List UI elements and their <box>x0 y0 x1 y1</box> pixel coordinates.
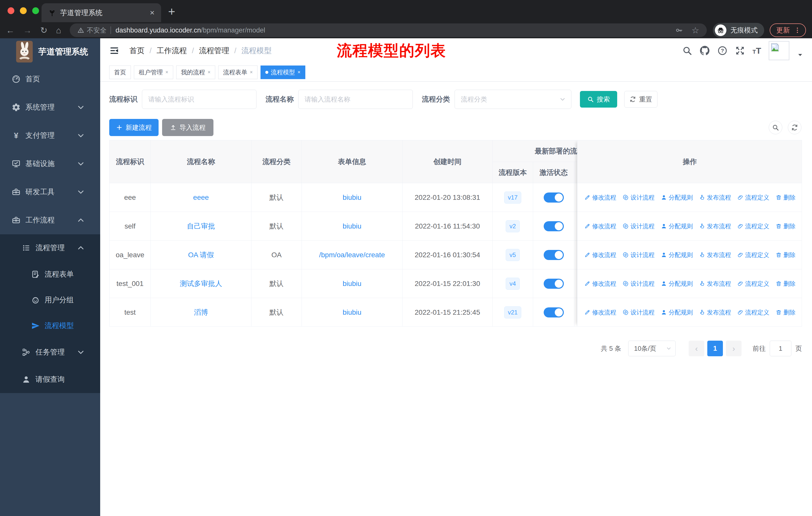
sidebar-item-3[interactable]: 基础设施 <box>0 150 100 178</box>
goto-page-input[interactable] <box>770 341 791 356</box>
sidebar-item-5[interactable]: 工作流程 <box>0 206 100 234</box>
search-button[interactable]: 搜索 <box>580 91 617 108</box>
active-toggle[interactable] <box>544 250 564 260</box>
key-icon[interactable] <box>675 26 683 34</box>
reload-icon[interactable]: ↻ <box>40 25 48 35</box>
filter-name-input[interactable] <box>298 90 413 109</box>
avatar[interactable] <box>769 41 789 60</box>
process-name-link[interactable]: eeee <box>193 193 209 201</box>
minimize-window-button[interactable] <box>20 7 27 14</box>
form-info-link[interactable]: biubiu <box>343 280 361 288</box>
form-info-link[interactable]: biubiu <box>343 222 361 230</box>
action-publish-hand-link[interactable]: 发布流程 <box>699 222 731 230</box>
action-design-gear-link[interactable]: 设计流程 <box>622 308 655 317</box>
action-publish-hand-link[interactable]: 发布流程 <box>699 280 731 288</box>
next-page-button[interactable]: › <box>726 341 742 356</box>
breadcrumb-item[interactable]: 流程管理 <box>199 46 229 56</box>
fullscreen-icon[interactable] <box>735 46 745 56</box>
action-definition-clip-link[interactable]: 流程定义 <box>737 251 770 259</box>
active-toggle[interactable] <box>544 307 564 318</box>
reset-button[interactable]: 重置 <box>624 91 658 108</box>
process-name-link[interactable]: 测试多审批人 <box>180 279 222 289</box>
action-design-gear-link[interactable]: 设计流程 <box>622 193 655 201</box>
action-assign-user-link[interactable]: 分配规则 <box>661 280 693 288</box>
action-trash-link[interactable]: 删除 <box>776 222 795 230</box>
help-icon[interactable]: ? <box>717 46 727 56</box>
form-info-link[interactable]: biubiu <box>343 193 361 201</box>
process-name-link[interactable]: 自己审批 <box>187 221 215 231</box>
maximize-window-button[interactable] <box>32 7 39 14</box>
action-publish-hand-link[interactable]: 发布流程 <box>699 308 731 317</box>
action-definition-clip-link[interactable]: 流程定义 <box>737 280 770 288</box>
action-design-gear-link[interactable]: 设计流程 <box>622 222 655 230</box>
sidebar-item-4[interactable]: 研发工具 <box>0 178 100 206</box>
browser-menu-dots-icon[interactable] <box>794 27 801 34</box>
action-publish-hand-link[interactable]: 发布流程 <box>699 193 731 201</box>
action-trash-link[interactable]: 删除 <box>776 193 795 201</box>
sidebar-collapse-icon[interactable] <box>109 46 119 56</box>
refresh-table-button[interactable] <box>788 121 802 134</box>
github-icon[interactable] <box>700 46 710 56</box>
tag-close-icon[interactable]: × <box>297 69 300 75</box>
browser-tab[interactable]: 芋道管理系统 × <box>41 3 161 22</box>
action-trash-link[interactable]: 删除 <box>776 308 795 317</box>
tag-close-icon[interactable]: × <box>208 69 211 75</box>
close-window-button[interactable] <box>7 7 14 14</box>
tag-1[interactable]: 租户管理 × <box>134 65 173 79</box>
back-icon[interactable]: ← <box>6 25 14 35</box>
sidebar-subitem-3[interactable]: 流程模型 <box>0 313 100 338</box>
action-definition-clip-link[interactable]: 流程定义 <box>737 308 770 317</box>
sidebar-item-1[interactable]: 系统管理 <box>0 93 100 121</box>
action-assign-user-link[interactable]: 分配规则 <box>661 222 693 230</box>
search-icon[interactable] <box>682 46 692 56</box>
sidebar-item-2[interactable]: ¥ 支付管理 <box>0 121 100 150</box>
sidebar-subitem-2[interactable]: 用户分组 <box>0 287 100 313</box>
prev-page-button[interactable]: ‹ <box>689 341 704 356</box>
tag-close-icon[interactable]: × <box>250 69 253 75</box>
active-toggle[interactable] <box>544 221 564 231</box>
action-definition-clip-link[interactable]: 流程定义 <box>737 193 770 201</box>
tag-0[interactable]: 首页 <box>109 65 131 79</box>
action-design-gear-link[interactable]: 设计流程 <box>622 251 655 259</box>
action-edit-link[interactable]: 修改流程 <box>584 280 616 288</box>
form-info-link[interactable]: /bpm/oa/leave/create <box>319 251 385 259</box>
action-trash-link[interactable]: 删除 <box>776 251 795 259</box>
tag-2[interactable]: 我的流程 × <box>176 65 215 79</box>
action-edit-link[interactable]: 修改流程 <box>584 251 616 259</box>
active-toggle[interactable] <box>544 192 564 202</box>
process-name-link[interactable]: 滔博 <box>194 308 208 317</box>
font-size-icon[interactable]: TT <box>753 46 761 56</box>
tab-close-icon[interactable]: × <box>150 8 154 18</box>
action-assign-user-link[interactable]: 分配规则 <box>661 193 693 201</box>
current-page-button[interactable]: 1 <box>707 341 723 356</box>
action-edit-link[interactable]: 修改流程 <box>584 308 616 317</box>
tag-3[interactable]: 流程表单 × <box>218 65 258 79</box>
forward-icon[interactable]: → <box>23 25 32 35</box>
address-bar[interactable]: 不安全 dashboard.yudao.iocoder.cn/bpm/manag… <box>70 23 707 37</box>
import-process-button[interactable]: 导入流程 <box>162 119 213 136</box>
tag-close-icon[interactable]: × <box>165 69 168 75</box>
breadcrumb-item[interactable]: 首页 <box>129 46 144 56</box>
action-edit-link[interactable]: 修改流程 <box>584 222 616 230</box>
sidebar-subitem-5[interactable]: 请假查询 <box>0 366 100 393</box>
home-icon[interactable]: ⌂ <box>56 25 61 35</box>
filter-key-input[interactable] <box>142 90 257 109</box>
action-edit-link[interactable]: 修改流程 <box>584 193 616 201</box>
sidebar-item-0[interactable]: 首页 <box>0 65 100 93</box>
tag-4[interactable]: 流程模型 × <box>261 65 305 79</box>
window-controls[interactable] <box>7 7 39 14</box>
sidebar-subitem-1[interactable]: 流程表单 <box>0 262 100 287</box>
bookmark-star-icon[interactable]: ☆ <box>692 25 699 35</box>
create-process-button[interactable]: 新建流程 <box>109 119 158 136</box>
action-publish-hand-link[interactable]: 发布流程 <box>699 251 731 259</box>
action-definition-clip-link[interactable]: 流程定义 <box>737 222 770 230</box>
sidebar-subitem-0[interactable]: 流程管理 <box>0 234 100 262</box>
browser-update-button[interactable]: 更新 <box>770 23 806 37</box>
process-name-link[interactable]: OA 请假 <box>188 250 214 260</box>
breadcrumb-item[interactable]: 工作流程 <box>156 46 187 56</box>
action-design-gear-link[interactable]: 设计流程 <box>622 280 655 288</box>
form-info-link[interactable]: biubiu <box>343 308 361 317</box>
action-assign-user-link[interactable]: 分配规则 <box>661 251 693 259</box>
avatar-caret-down-icon[interactable] <box>797 52 804 58</box>
filter-category-select[interactable]: 流程分类 <box>455 90 571 109</box>
